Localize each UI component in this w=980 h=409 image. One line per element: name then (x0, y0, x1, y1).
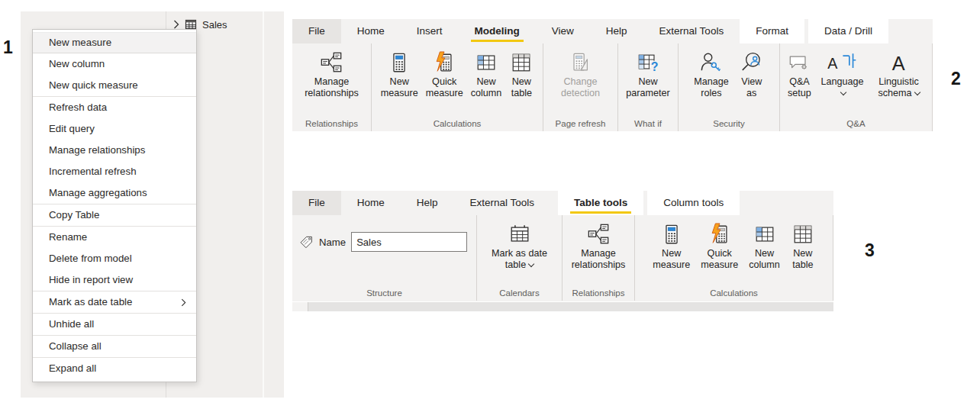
tab-home[interactable]: Home (341, 191, 401, 215)
lightning-calculator-icon (432, 50, 456, 75)
speech-bubble-gear-icon (787, 50, 811, 75)
data-grid-header-strip (292, 302, 833, 311)
tab-help[interactable]: Help (590, 19, 643, 43)
tab-column-tools[interactable]: Column tools (647, 191, 740, 215)
tree-item-label: Sales (202, 19, 227, 31)
tab-external-tools[interactable]: External Tools (643, 19, 740, 43)
table-icon (791, 222, 815, 246)
quick-measure-button[interactable]: Quick measure (698, 221, 740, 272)
table-column-icon (753, 222, 777, 246)
context-menu: New measure New column New quick measure… (32, 29, 197, 382)
chevron-down-icon (528, 261, 534, 267)
calculator-icon (659, 222, 684, 246)
group-label: Calculations (372, 118, 543, 131)
submenu-chevron-icon (181, 298, 186, 307)
screenshot-canvas: 1 2 3 Sales New measure New column New q… (0, 0, 980, 409)
group-what-if: New parameter What if (618, 43, 679, 131)
group-calendars: Mark as date table Calendars (477, 215, 563, 301)
quick-measure-button[interactable]: Quick measure (424, 49, 466, 101)
view-as-button[interactable]: View as (737, 49, 766, 101)
person-key-icon (699, 50, 724, 75)
chevron-down-icon (840, 89, 846, 95)
table-column-icon (474, 50, 498, 75)
menu-item-manage-relationships[interactable]: Manage relationships (33, 140, 196, 161)
tab-table-tools[interactable]: Table tools (558, 191, 643, 215)
figure-label-3: 3 (865, 240, 875, 261)
language-button[interactable]: Language (818, 49, 866, 101)
menu-item-mark-as-date-table[interactable]: Mark as date table (33, 291, 196, 313)
menu-item-refresh-data[interactable]: Refresh data (33, 97, 196, 118)
chevron-right-icon[interactable] (173, 20, 179, 29)
group-relationships: Manage relationships Relationships (292, 43, 372, 131)
menu-item-hide-in-report-view[interactable]: Hide in report view (33, 269, 196, 291)
group-security: Manage roles View as Security (679, 43, 780, 131)
new-column-button[interactable]: New column (746, 221, 782, 272)
tag-icon (299, 235, 314, 250)
menu-item-rename[interactable]: Rename (33, 227, 196, 248)
menu-item-manage-aggregations[interactable]: Manage aggregations (33, 182, 196, 204)
tab-file[interactable]: File (292, 19, 341, 43)
lightning-calculator-icon (708, 222, 732, 246)
group-label: Structure (292, 287, 476, 301)
chevron-down-icon (914, 89, 920, 95)
menu-item-collapse-all[interactable]: Collapse all (33, 336, 196, 357)
new-measure-button[interactable]: New measure (650, 221, 692, 272)
tab-modeling[interactable]: Modeling (459, 19, 536, 43)
menu-item-expand-all[interactable]: Expand all (33, 358, 196, 379)
tab-help[interactable]: Help (401, 191, 454, 215)
group-calculations: New measure Quick measure New column New… (372, 43, 543, 131)
menu-item-copy-table[interactable]: Copy Table (33, 204, 196, 226)
group-page-refresh: Change detection Page refresh (543, 43, 618, 131)
menu-item-edit-query[interactable]: Edit query (33, 118, 196, 140)
tab-data-drill[interactable]: Data / Drill (808, 19, 888, 43)
menu-item-unhide-all[interactable]: Unhide all (33, 314, 196, 335)
manage-relationships-button[interactable]: Manage relationships (569, 221, 628, 272)
modeling-ribbon: File Home Insert Modeling View Help Exte… (292, 19, 933, 131)
mark-as-date-table-button[interactable]: Mark as date table (488, 221, 552, 272)
relationships-icon (586, 222, 611, 246)
new-measure-button[interactable]: New measure (379, 49, 421, 101)
qa-setup-button[interactable]: Q&A setup (785, 49, 814, 101)
group-label: Relationships (563, 287, 634, 301)
manage-roles-button[interactable]: Manage roles (691, 49, 731, 101)
relationships-icon (319, 50, 343, 75)
tab-insert[interactable]: Insert (401, 19, 459, 43)
tab-external-tools[interactable]: External Tools (454, 191, 551, 215)
calculator-icon (387, 50, 411, 75)
fields-panel: Sales New measure New column New quick m… (21, 11, 284, 398)
menu-item-incremental-refresh[interactable]: Incremental refresh (33, 161, 196, 182)
change-detection-icon (568, 50, 592, 75)
table-icon (509, 50, 534, 75)
figure-label-2: 2 (951, 69, 961, 89)
tab-file[interactable]: File (292, 191, 341, 215)
menu-item-delete-from-model[interactable]: Delete from model (33, 248, 196, 269)
group-label: Relationships (292, 118, 371, 131)
group-qa: Q&A setup Language Linguistic schema Q&A (780, 43, 933, 131)
magnifier-person-icon (740, 50, 764, 75)
group-label: Security (679, 118, 779, 131)
new-parameter-button[interactable]: New parameter (624, 49, 672, 101)
menu-item-new-quick-measure[interactable]: New quick measure (33, 75, 196, 96)
group-label: Calendars (477, 287, 562, 301)
new-table-button[interactable]: New table (507, 49, 536, 101)
tab-view[interactable]: View (536, 19, 590, 43)
parameter-icon (636, 50, 660, 75)
menu-item-new-measure[interactable]: New measure (33, 32, 196, 53)
new-column-button[interactable]: New column (469, 49, 505, 101)
figure-label-1: 1 (3, 37, 13, 58)
change-detection-button: Change detection (559, 49, 602, 101)
new-table-button[interactable]: New table (788, 221, 817, 272)
tab-format[interactable]: Format (740, 19, 804, 43)
scrollbar-track (263, 11, 264, 398)
table-name-input[interactable] (351, 232, 467, 252)
linguistic-schema-button[interactable]: Linguistic schema (871, 49, 927, 101)
tab-home[interactable]: Home (341, 19, 401, 43)
group-label: Calculations (635, 287, 833, 301)
menu-item-new-column[interactable]: New column (33, 53, 196, 75)
language-icon (827, 50, 857, 75)
manage-relationships-button[interactable]: Manage relationships (302, 49, 361, 101)
ribbon-tabs: File Home Insert Modeling View Help Exte… (292, 19, 933, 43)
date-table-icon (508, 222, 532, 246)
group-label: Q&A (780, 118, 932, 131)
group-relationships: Manage relationships Relationships (563, 215, 635, 301)
